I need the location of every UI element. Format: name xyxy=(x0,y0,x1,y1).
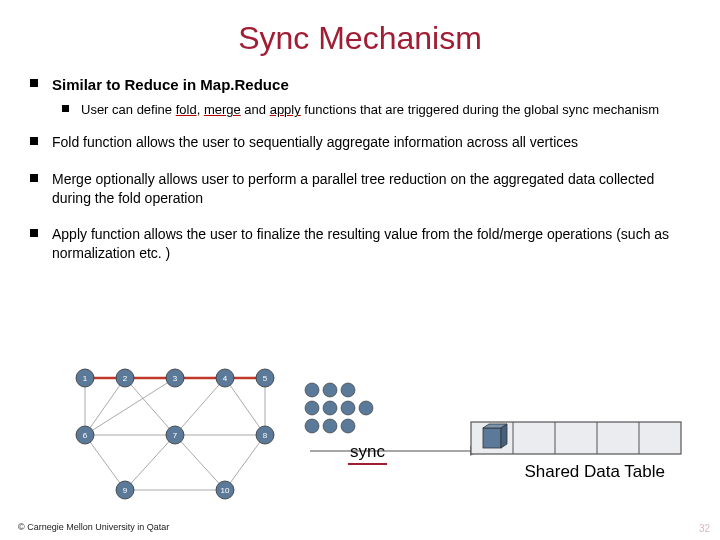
svg-text:4: 4 xyxy=(223,374,228,383)
bullet-item: Similar to Reduce in Map.Reduce xyxy=(30,75,690,95)
sub-bullet-text: User can define fold, merge and apply fu… xyxy=(81,101,690,119)
bullet-text: Merge optionally allows user to perform … xyxy=(52,170,690,208)
bullet-item: Merge optionally allows user to perform … xyxy=(30,170,690,208)
svg-text:3: 3 xyxy=(173,374,178,383)
graphics-area: 1 2 3 4 5 6 7 8 9 10 sync xyxy=(0,340,720,510)
svg-point-45 xyxy=(341,419,355,433)
text-fragment: and xyxy=(241,102,270,117)
svg-line-10 xyxy=(175,435,225,490)
arrow-icon xyxy=(310,441,480,461)
svg-text:8: 8 xyxy=(263,431,268,440)
svg-rect-51 xyxy=(483,428,501,448)
svg-line-3 xyxy=(125,378,175,435)
svg-marker-53 xyxy=(501,424,507,448)
svg-line-1 xyxy=(85,378,125,435)
bullet-icon xyxy=(62,105,69,112)
text-fragment: User can define xyxy=(81,102,176,117)
svg-text:10: 10 xyxy=(221,486,230,495)
svg-point-37 xyxy=(323,383,337,397)
bullet-text: Apply function allows the user to finali… xyxy=(52,225,690,263)
text-fragment: , xyxy=(197,102,204,117)
sub-bullet-item: User can define fold, merge and apply fu… xyxy=(62,101,690,119)
svg-line-8 xyxy=(85,435,125,490)
sync-label: sync xyxy=(348,442,387,465)
bullet-text: Fold function allows the user to sequent… xyxy=(52,133,690,152)
svg-point-38 xyxy=(341,383,355,397)
text-apply: apply xyxy=(270,102,301,117)
slide-title: Sync Mechanism xyxy=(30,20,690,57)
text-fragment: functions that are triggered during the … xyxy=(301,102,659,117)
svg-text:7: 7 xyxy=(173,431,178,440)
svg-line-9 xyxy=(125,435,175,490)
svg-point-44 xyxy=(323,419,337,433)
svg-point-41 xyxy=(341,401,355,415)
footer-copyright: © Carnegie Mellon University in Qatar xyxy=(18,522,169,532)
page-number: 32 xyxy=(699,523,710,534)
shared-data-table-label: Shared Data Table xyxy=(524,462,665,482)
bullet-item: Apply function allows the user to finali… xyxy=(30,225,690,263)
svg-point-39 xyxy=(305,401,319,415)
bullet-list: Similar to Reduce in Map.Reduce User can… xyxy=(30,75,690,263)
node-cluster-diagram xyxy=(300,380,390,442)
svg-point-36 xyxy=(305,383,319,397)
bullet-text: Similar to Reduce in Map.Reduce xyxy=(52,75,690,95)
bullet-icon xyxy=(30,137,38,145)
bullet-icon xyxy=(30,174,38,182)
svg-line-5 xyxy=(225,378,265,435)
bullet-icon xyxy=(30,229,38,237)
svg-text:5: 5 xyxy=(263,374,268,383)
text-fold: fold xyxy=(176,102,197,117)
bullet-item: Fold function allows the user to sequent… xyxy=(30,133,690,152)
bullet-icon xyxy=(30,79,38,87)
vertex-graph-diagram: 1 2 3 4 5 6 7 8 9 10 xyxy=(60,360,290,510)
svg-point-42 xyxy=(359,401,373,415)
svg-text:6: 6 xyxy=(83,431,88,440)
svg-line-2 xyxy=(85,378,175,435)
svg-line-11 xyxy=(225,435,265,490)
svg-text:1: 1 xyxy=(83,374,88,383)
svg-text:9: 9 xyxy=(123,486,128,495)
svg-point-43 xyxy=(305,419,319,433)
slide: Sync Mechanism Similar to Reduce in Map.… xyxy=(0,0,720,540)
text-merge: merge xyxy=(204,102,241,117)
svg-line-4 xyxy=(175,378,225,435)
svg-point-40 xyxy=(323,401,337,415)
svg-text:2: 2 xyxy=(123,374,128,383)
shared-data-table-diagram xyxy=(470,421,682,455)
